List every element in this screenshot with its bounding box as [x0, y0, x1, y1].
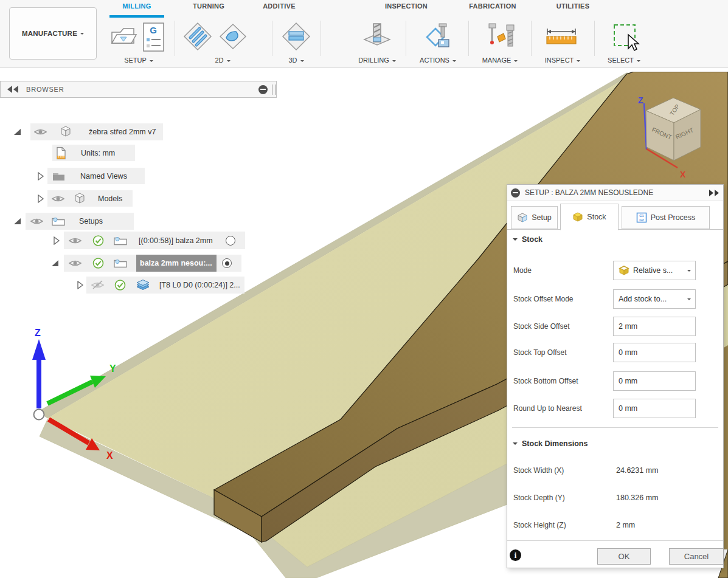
footer-divider — [507, 540, 723, 541]
fusion-manufacture-window: Z Y X Z X TOP FR — [0, 0, 728, 578]
eye-icon[interactable] — [34, 128, 47, 136]
2d-pocket-icon[interactable] — [182, 21, 213, 53]
stock-side-offset-label: Stock Side Offset — [513, 322, 570, 331]
expanded-triangle-icon[interactable] — [13, 217, 21, 225]
stock-dimensions-header[interactable]: Stock Dimensions — [513, 439, 588, 448]
check-circle-icon — [92, 235, 104, 246]
stock-offset-mode-dropdown[interactable]: Add stock to... — [613, 289, 696, 309]
drilling-icon[interactable] — [361, 21, 393, 54]
chevron-down-icon — [514, 60, 518, 64]
tab-inspection[interactable]: INSPECTION — [382, 2, 431, 13]
cancel-button[interactable]: Cancel — [669, 548, 724, 565]
dialog-tab-stock[interactable]: Stock — [560, 204, 619, 230]
minimize-browser-icon[interactable] — [258, 85, 268, 94]
dialog-titlebar[interactable]: SETUP : BALZA 2MM NESOUSLEDNE — [507, 185, 723, 201]
adjacent-stock-sliver[interactable] — [724, 345, 728, 549]
eye-icon[interactable] — [52, 194, 64, 203]
collapse-panel-icon[interactable] — [7, 86, 20, 93]
origin-point — [34, 410, 44, 420]
component-icon — [59, 125, 72, 139]
tree-row-operation[interactable]: [T8 L0 D0 (0:00:24)] 2... — [0, 277, 286, 294]
group-drilling[interactable]: DRILLING — [353, 57, 401, 65]
section-collapse-icon — [513, 442, 518, 447]
round-up-input[interactable]: 0 mm — [613, 399, 696, 418]
tree-row-units[interactable]: Units: mm — [0, 145, 286, 161]
round-up-label: Round Up to Nearest — [513, 404, 582, 413]
tab-additive[interactable]: ADDITIVE — [255, 2, 303, 13]
viewcube-z-label: Z — [638, 95, 643, 105]
group-actions[interactable]: ACTIONS — [414, 57, 462, 65]
chevron-down-icon — [150, 60, 153, 64]
tree-row-label[interactable]: Named Views — [80, 172, 127, 181]
svg-text:G2: G2 — [639, 218, 643, 222]
tree-row-models[interactable]: Models — [0, 190, 286, 207]
tree-row-setups[interactable]: Setups — [0, 213, 286, 230]
eye-icon[interactable] — [69, 259, 81, 267]
workspace-switcher-button[interactable]: MANUFACTURE — [9, 7, 97, 60]
panel-drag-grip[interactable] — [272, 84, 276, 95]
manage-tool-library-icon[interactable] — [484, 21, 518, 54]
section-collapse-icon — [513, 238, 518, 243]
workspace-switcher-label: MANUFACTURE — [22, 30, 77, 37]
stock-bottom-offset-input[interactable]: 0 mm — [613, 371, 696, 391]
eye-hidden-icon[interactable] — [91, 280, 105, 290]
setup-dialog: SETUP : BALZA 2MM NESOUSLEDNE Setup Stoc… — [507, 184, 724, 568]
select-icon[interactable] — [611, 21, 643, 54]
tree-row-label[interactable]: Models — [98, 194, 122, 203]
setup-radio-on[interactable] — [222, 258, 232, 268]
new-setup-icon[interactable] — [108, 21, 137, 52]
check-circle-icon — [114, 280, 126, 291]
eye-icon[interactable] — [69, 236, 81, 245]
dialog-tab-setup[interactable]: Setup — [511, 206, 558, 229]
tree-row-root[interactable]: žebra střed 2mm v7 — [0, 123, 286, 140]
chevron-down-icon — [687, 270, 691, 274]
stock-top-offset-input[interactable]: 0 mm — [613, 343, 696, 362]
3d-milling-icon[interactable] — [281, 21, 311, 53]
inspect-measure-icon[interactable] — [545, 27, 579, 47]
dialog-expand-icon[interactable] — [709, 190, 719, 196]
mode-dropdown[interactable]: Relative s... — [613, 261, 696, 280]
nc-program-icon[interactable]: G — [142, 21, 166, 53]
tab-milling[interactable]: MILLING — [109, 2, 164, 13]
tree-row-setup-nesousledne[interactable]: balza 2mm nesou:... — [0, 255, 286, 272]
stock-width-label: Stock Width (X) — [513, 466, 564, 475]
stock-width-value: 24.6231 mm — [616, 466, 658, 475]
tree-row-label[interactable]: [T8 L0 D0 (0:00:24)] 2... — [159, 281, 240, 289]
tree-row-label-selected[interactable]: balza 2mm nesou:... — [140, 259, 212, 267]
group-manage[interactable]: MANAGE — [476, 57, 524, 65]
group-setup[interactable]: SETUP — [114, 57, 163, 65]
tree-row-label[interactable]: Setups — [79, 217, 103, 225]
tree-row-label[interactable]: žebra střed 2mm v7 — [89, 128, 156, 136]
group-2d[interactable]: 2D — [198, 57, 247, 65]
stock-side-offset-input[interactable]: 2 mm — [613, 317, 696, 336]
tab-fabrication[interactable]: FABRICATION — [465, 2, 520, 13]
expanded-triangle-icon[interactable] — [13, 128, 21, 136]
tree-row-label[interactable]: [(0:00:58)] balza 2mm — [139, 236, 213, 245]
tree-row-label[interactable]: Units: mm — [81, 149, 115, 157]
tab-turning[interactable]: TURNING — [184, 2, 233, 13]
tree-row-setup-balza[interactable]: [(0:00:58)] balza 2mm — [0, 232, 286, 249]
group-3d[interactable]: 3D — [272, 57, 321, 65]
info-icon[interactable]: i — [510, 549, 521, 561]
collapsed-triangle-icon[interactable] — [53, 236, 60, 245]
2d-adaptive-icon[interactable] — [218, 21, 248, 53]
chevron-down-icon — [392, 60, 396, 64]
stock-section-header[interactable]: Stock — [513, 235, 543, 244]
collapsed-triangle-icon[interactable] — [37, 194, 44, 203]
eye-icon[interactable] — [30, 217, 43, 225]
collapsed-triangle-icon[interactable] — [77, 281, 84, 289]
dialog-tabstrip: Setup Stock G1G2 Post Process — [507, 202, 723, 230]
tree-row-named-views[interactable]: Named Views — [0, 168, 286, 184]
actions-icon[interactable] — [423, 21, 455, 54]
ok-button[interactable]: OK — [597, 548, 651, 565]
setup-radio-off[interactable] — [226, 236, 235, 246]
collapsed-triangle-icon[interactable] — [37, 172, 44, 181]
group-inspect[interactable]: INSPECT — [538, 57, 587, 65]
ribbon-toolbar: MANUFACTURE MILLING TURNING ADDITIVE INS… — [0, 0, 728, 68]
post-process-tab-icon: G1G2 — [636, 212, 647, 223]
dialog-minimize-icon[interactable] — [511, 188, 520, 198]
group-select[interactable]: SELECT — [600, 57, 648, 65]
tab-utilities[interactable]: UTILITIES — [549, 2, 597, 13]
dialog-tab-post-process[interactable]: G1G2 Post Process — [622, 206, 710, 229]
expanded-triangle-icon[interactable] — [51, 259, 59, 267]
